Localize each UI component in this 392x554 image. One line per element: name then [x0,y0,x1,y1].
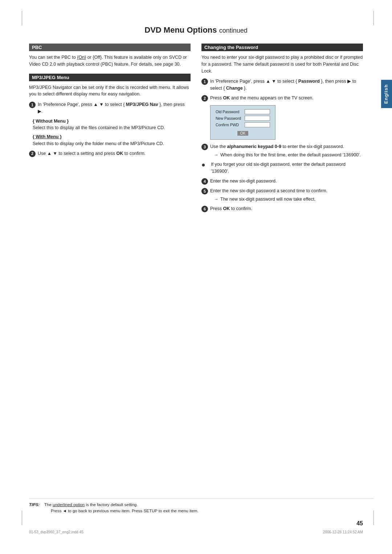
footer-left: 01-53_dvp3960_37_eng2.indd 45 [29,530,83,534]
mp3jpeg-body: MP3/JPEG Navigator can be set only if th… [29,84,191,98]
old-password-label: Old Password [216,110,239,114]
pwd-step6-content: Press OK to confirm. [210,205,363,212]
pwd-bullet-sym: ● [201,161,209,175]
pwd-step5-text: Enter the new six-digit password a secon… [210,188,327,193]
pwd-bullet: ● If you forget your old six-digit passw… [201,161,363,175]
confirm-pwd-field [245,122,270,127]
changing-password-body: You need to enter your six-digit passwor… [201,54,363,74]
mp3jpeg-header: MP3/JPEG Menu [29,74,191,81]
pwd-step6: 6 Press OK to confirm. [201,205,363,212]
dialog-ok-button[interactable]: OK [237,131,248,136]
language-tab: English [381,80,392,108]
pwd-step6-num: 6 [201,206,208,212]
two-column-layout: PBC You can set the PBC to {On} or {Off}… [29,44,363,215]
pwd-step2-content: Press OK and the menu appears on the TV … [210,95,363,102]
pwd-step5: 5 Enter the new six-digit password a sec… [201,188,363,203]
without-menu-title: { Without Menu } [33,118,191,125]
pbc-body: You can set the PBC to {On} or {Off}. Th… [29,54,191,68]
pwd-step4: 4 Enter the new six-digit password. [201,178,363,185]
left-column: PBC You can set the PBC to {On} or {Off}… [29,44,191,160]
right-column: Changing the Password You need to enter … [201,44,363,215]
border-top-left [22,11,22,25]
arrow-symbol2: → [214,196,219,203]
confirm-pwd-row: Confirm PWD [216,122,270,127]
step2-num: 2 [29,151,36,157]
arrow-symbol: → [214,152,219,159]
with-menu-item: { With Menu } Select this to display onl… [33,134,191,147]
page-number: 45 [356,520,363,527]
new-password-field [245,116,270,121]
password-dialog: Old Password New Password Confirm PWD OK [210,105,275,140]
pbc-section: PBC You can set the PBC to {On} or {Off}… [29,44,191,68]
step1-content: In 'Preference Page', press ▲ ▼ to selec… [38,101,191,115]
pbc-header: PBC [29,44,191,51]
confirm-pwd-label: Confirm PWD [216,123,239,127]
pwd-step3-arrow-text: When doing this for the first time, ente… [220,152,361,159]
pwd-step1: 1 In 'Preference Page', press ▲ ▼ to sel… [201,78,363,92]
pwd-step3-arrow: → When doing this for the first time, en… [214,152,363,159]
tips-box: TIPS: The underlined option is the facto… [29,498,374,514]
new-password-label: New Password [216,116,241,120]
pwd-step5-arrow-text: The new six-digit password will now take… [220,196,315,203]
pwd-step2: 2 Press OK and the menu appears on the T… [201,95,363,102]
mp3jpeg-section: MP3/JPEG Menu MP3/JPEG Navigator can be … [29,74,191,157]
tips-line2: Press ◄ to go back to previous menu item… [51,509,199,513]
title-continued: continued [219,27,248,34]
mp3jpeg-step2: 2 Use ▲ ▼ to select a setting and press … [29,150,191,157]
border-bottom-left [22,510,22,525]
new-password-row: New Password [216,116,270,121]
pwd-bullet-content: If you forget your old six-digit passwor… [211,161,363,175]
pwd-step5-arrow: → The new six-digit password will now ta… [214,196,363,203]
tips-label: TIPS: [29,502,40,507]
changing-password-section: Changing the Password You need to enter … [201,44,363,212]
pwd-step5-content: Enter the new six-digit password a secon… [210,188,363,203]
title-text: DVD Menu Options [144,25,217,34]
page-title: DVD Menu Options continued [29,25,363,35]
pwd-step4-num: 4 [201,178,208,185]
pwd-step4-content: Enter the new six-digit password. [210,178,363,185]
changing-password-header: Changing the Password [201,44,363,51]
with-menu-title: { With Menu } [33,134,191,140]
without-menu-desc: Select this to display all the files con… [33,124,191,131]
pwd-step5-num: 5 [201,188,208,194]
footer-right: 2006-12-28 11:24:52 AM [323,530,363,534]
mp3jpeg-step1: 1 In 'Preference Page', press ▲ ▼ to sel… [29,101,191,115]
pwd-step1-num: 1 [201,78,208,85]
step1-num: 1 [29,102,36,108]
without-menu-item: { Without Menu } Select this to display … [33,118,191,132]
pwd-step1-content: In 'Preference Page', press ▲ ▼ to selec… [210,78,363,92]
with-menu-desc: Select this to display only the folder m… [33,140,191,147]
pwd-step2-num: 2 [201,95,208,102]
old-password-row: Old Password [216,109,270,114]
page-wrapper: English DVD Menu Options continued PBC Y… [0,0,392,554]
tips-line1: The underlined option is the factory def… [44,502,138,507]
pwd-step3: 3 Use the alphanumeric keypad 0-9 to ent… [201,143,363,159]
border-top-right [373,11,374,25]
old-password-field [245,109,270,114]
step2-content: Use ▲ ▼ to select a setting and press OK… [38,150,191,157]
pwd-step3-num: 3 [201,144,208,150]
pwd-step3-content: Use the alphanumeric keypad 0-9 to enter… [210,143,363,159]
